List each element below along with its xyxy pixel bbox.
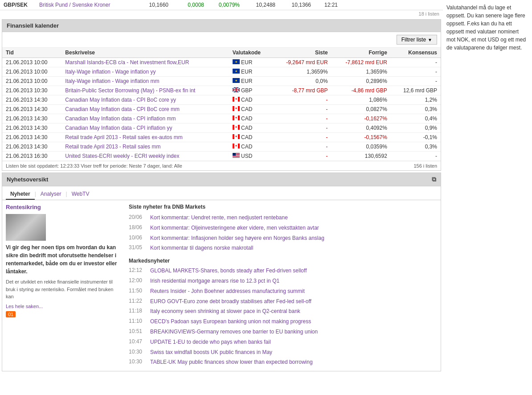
market-news-item: 10:47UPDATE 1-EU to decide who pays when…: [129, 337, 437, 347]
news-item-time: 10:30: [129, 358, 147, 366]
tab-analyser[interactable]: Analyser: [36, 189, 66, 200]
row-time: 21.06.2013 14:30: [2, 123, 61, 133]
svg-rect-19: [238, 106, 240, 111]
row-currency: GBP: [229, 86, 272, 95]
news-section: Nyhetsoversikt ⧉ Nyheter | Analyser | We…: [2, 173, 441, 371]
row-siste: -: [272, 142, 331, 152]
news-item-link[interactable]: BREAKINGVIEWS-Germany removes one barrie…: [150, 328, 318, 336]
news-item-time: 11:10: [129, 318, 147, 325]
news-item-time: 10/06: [129, 235, 147, 242]
svg-rect-31: [238, 134, 240, 139]
row-time: 21.06.2013 10:00: [2, 67, 61, 77]
svg-rect-13: [233, 97, 234, 102]
row-siste: -: [272, 123, 331, 133]
row-desc[interactable]: Italy-Wage inflation - Wage inflation mm: [61, 77, 229, 86]
row-time: 21.06.2013 16:30: [2, 152, 61, 161]
news-content: Rentesikring Vi gir deg her noen tips om…: [2, 200, 441, 371]
calendar-footer: Listen ble sist oppdatert: 12:23:33 Vise…: [2, 161, 441, 170]
row-konsensus: -: [391, 152, 441, 161]
table-row: 21.06.2013 10:30 Britain-Public Sector B…: [2, 86, 441, 95]
row-forrige: -0,1627%: [331, 114, 391, 123]
table-row: 21.06.2013 14:30 Canadian May Inflation …: [2, 105, 441, 114]
row-currency: ★ EUR: [229, 67, 272, 77]
row-time: 21.06.2013 10:30: [2, 86, 61, 95]
currency-low: 10,1366: [275, 2, 311, 8]
row-currency: CAD: [229, 95, 272, 105]
news-item-time: 12:12: [129, 267, 147, 275]
row-time: 21.06.2013 14:30: [2, 105, 61, 114]
expand-icon[interactable]: ⧉: [432, 176, 436, 183]
news-item-link[interactable]: Kort kommentar: Inflasjonen holder seg h…: [150, 235, 324, 242]
row-desc[interactable]: Retail trade April 2013 - Retail sales m…: [61, 142, 229, 152]
row-desc[interactable]: Canadian May Inflation data - CPI BoC co…: [61, 105, 229, 114]
row-konsensus: -: [391, 67, 441, 77]
news-item-time: 10:51: [129, 328, 147, 336]
row-currency: CAD: [229, 114, 272, 123]
row-desc[interactable]: Marshall Islands-ECB c/a - Net investmen…: [61, 58, 229, 67]
news-item-link[interactable]: Reuters Insider - John Boehner addresses…: [150, 288, 305, 295]
row-forrige: 0,4092%: [331, 123, 391, 133]
row-desc[interactable]: Canadian May Inflation data - CPI inflat…: [61, 123, 229, 133]
currency-pair: GBP/SEK: [4, 2, 39, 8]
news-item-time: 31/05: [129, 244, 147, 252]
row-desc[interactable]: Canadian May Inflation data - CPI BoC co…: [61, 95, 229, 105]
row-currency: CAD: [229, 123, 272, 133]
news-item-time: 10:47: [129, 338, 147, 346]
news-item-link[interactable]: Kort kommentar: Uendret rente, men nedju…: [150, 214, 288, 222]
table-row: 21.06.2013 10:00 Italy-Wage inflation - …: [2, 77, 441, 86]
row-time: 21.06.2013 10:00: [2, 58, 61, 67]
tab-webtv[interactable]: WebTV: [67, 189, 94, 200]
row-konsensus: -: [391, 77, 441, 86]
table-row: 21.06.2013 16:30 United States-ECRI week…: [2, 152, 441, 161]
row-siste: 0,0%: [272, 77, 331, 86]
row-desc[interactable]: Retail trade April 2013 - Retail sales e…: [61, 133, 229, 142]
news-item-link[interactable]: Kort kommentar til dagens norske makrota…: [150, 244, 253, 252]
news-section-header: Nyhetsoversikt ⧉: [2, 173, 441, 186]
table-row: 21.06.2013 10:00 Italy-Wage inflation - …: [2, 67, 441, 77]
table-row: 21.06.2013 10:00 Marshall Islands-ECB c/…: [2, 58, 441, 67]
row-konsensus: -: [391, 58, 441, 67]
row-time: 21.06.2013 14:30: [2, 133, 61, 142]
col-forrige: Forrige: [331, 48, 391, 58]
svg-text:★: ★: [235, 70, 237, 73]
row-desc[interactable]: Canadian May Inflation data - CPI inflat…: [61, 114, 229, 123]
news-item-link[interactable]: GLOBAL MARKETS-Shares, bonds steady afte…: [150, 267, 307, 275]
news-item-link[interactable]: Italy economy seen shrinking at slower p…: [150, 308, 300, 315]
row-forrige: 130,6592: [331, 152, 391, 161]
col-siste: Siste: [272, 48, 331, 58]
currency-change: 0,0008: [168, 2, 204, 8]
market-news-item: 10:51BREAKINGVIEWS-Germany removes one b…: [129, 327, 437, 337]
news-badge: 01: [6, 311, 16, 317]
market-news-list: 12:12GLOBAL MARKETS-Shares, bonds steady…: [129, 266, 437, 367]
news-item-link[interactable]: Swiss tax windfall boosts UK public fina…: [150, 349, 272, 356]
filter-list-button[interactable]: Filtrer liste: [397, 35, 437, 45]
tab-nyheter[interactable]: Nyheter: [6, 189, 35, 200]
news-item-link[interactable]: UPDATE 1-EU to decide who pays when bank…: [150, 338, 271, 346]
row-forrige: 0,2896%: [331, 77, 391, 86]
news-item-link[interactable]: Kort kommentar: Oljeinvesteringene øker …: [150, 224, 319, 232]
dnb-news-list: 20/06Kort kommentar: Uendret rente, men …: [129, 213, 437, 253]
featured-thumbnail: [6, 214, 46, 241]
featured-more-link[interactable]: Les hele saken...: [6, 304, 43, 309]
news-featured: Rentesikring Vi gir deg her noen tips om…: [6, 204, 122, 367]
row-siste: -: [272, 95, 331, 105]
row-konsensus: 0,3%: [391, 142, 441, 152]
row-currency: ★ EUR: [229, 77, 272, 86]
news-item-link[interactable]: TABLE-UK May public finances show lower …: [150, 358, 313, 366]
row-desc[interactable]: Italy-Wage inflation - Wage inflation yy: [61, 67, 229, 77]
svg-rect-15: [238, 97, 240, 102]
featured-desc: Det er utviklet en rekke finansielle ins…: [6, 278, 122, 300]
row-forrige: 0,0359%: [331, 142, 391, 152]
news-item-link[interactable]: OECD's Padoan says European banking unio…: [150, 318, 311, 325]
row-desc[interactable]: United States-ECRI weekly - ECRI weekly …: [61, 152, 229, 161]
row-currency: CAD: [229, 133, 272, 142]
filter-bar: Filtrer liste: [2, 32, 441, 48]
row-konsensus: 0,9%: [391, 123, 441, 133]
row-desc[interactable]: Britain-Public Sector Borrowing (May) - …: [61, 86, 229, 95]
row-konsensus: 0,3%: [391, 105, 441, 114]
news-item-link[interactable]: Irish residential mortgage arrears rise …: [150, 277, 279, 285]
news-right: Siste nyheter fra DNB Markets 20/06Kort …: [129, 204, 437, 367]
news-item-link[interactable]: EURO GOVT-Euro zone debt broadly stabili…: [150, 298, 311, 305]
row-time: 21.06.2013 14:30: [2, 95, 61, 105]
svg-rect-35: [238, 144, 240, 148]
